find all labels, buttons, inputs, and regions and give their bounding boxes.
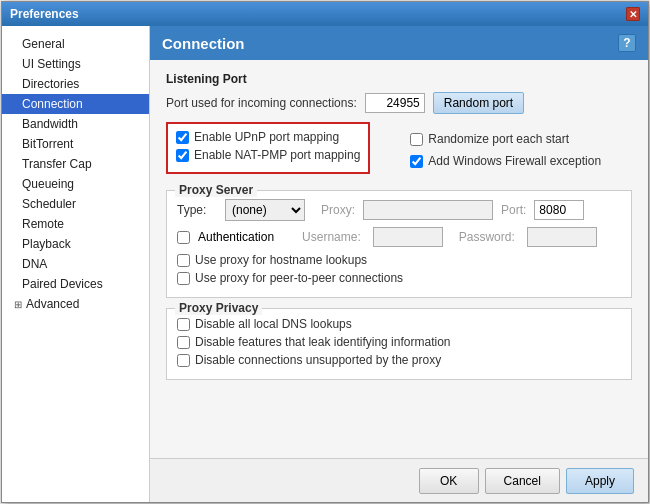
window-body: General UI Settings Directories Connecti… — [2, 26, 648, 502]
proxy-host-label: Proxy: — [321, 203, 355, 217]
proxy-host-input[interactable] — [363, 200, 493, 220]
nat-checkbox-row: Enable NAT-PMP port mapping — [176, 148, 360, 162]
port-row: Port used for incoming connections: Rand… — [166, 92, 632, 114]
proxy-server-label: Proxy Server — [175, 183, 257, 197]
sidebar-item-playback[interactable]: Playback — [2, 234, 149, 254]
p2p-checkbox-row: Use proxy for peer-to-peer connections — [177, 271, 621, 285]
hostname-label: Use proxy for hostname lookups — [195, 253, 367, 267]
auth-row: Authentication Username: Password: — [177, 227, 621, 247]
auth-checkbox[interactable] — [177, 231, 190, 244]
randomize-checkbox-row: Randomize port each start — [410, 132, 601, 146]
content-header: Connection ? — [150, 26, 648, 60]
username-label: Username: — [302, 230, 361, 244]
sidebar-item-queueing[interactable]: Queueing — [2, 174, 149, 194]
proxy-type-select[interactable]: (none) HTTP SOCKS4 SOCKS5 — [225, 199, 305, 221]
type-label: Type: — [177, 203, 217, 217]
unsupported-label: Disable connections unsupported by the p… — [195, 353, 441, 367]
username-input[interactable] — [373, 227, 443, 247]
leak-checkbox[interactable] — [177, 336, 190, 349]
upnp-label: Enable UPnP port mapping — [194, 130, 339, 144]
sidebar-item-scheduler[interactable]: Scheduler — [2, 194, 149, 214]
ok-button[interactable]: OK — [419, 468, 479, 494]
unsupported-checkbox[interactable] — [177, 354, 190, 367]
sidebar-item-general[interactable]: General — [2, 34, 149, 54]
nat-checkbox[interactable] — [176, 149, 189, 162]
nat-label: Enable NAT-PMP port mapping — [194, 148, 360, 162]
port-used-label: Port used for incoming connections: — [166, 96, 357, 110]
bottom-bar: OK Cancel Apply — [150, 458, 648, 502]
proxy-port-input[interactable] — [534, 200, 584, 220]
expand-icon: ⊞ — [14, 299, 22, 310]
hostname-checkbox-row: Use proxy for hostname lookups — [177, 253, 621, 267]
sidebar: General UI Settings Directories Connecti… — [2, 26, 150, 502]
help-button[interactable]: ? — [618, 34, 636, 52]
highlighted-checkboxes-box: Enable UPnP port mapping Enable NAT-PMP … — [166, 122, 370, 174]
random-port-button[interactable]: Random port — [433, 92, 524, 114]
sidebar-item-advanced-label: Advanced — [26, 297, 79, 311]
listening-port-section-label: Listening Port — [166, 72, 632, 86]
leak-checkbox-row: Disable features that leak identifying i… — [177, 335, 621, 349]
dns-checkbox[interactable] — [177, 318, 190, 331]
sidebar-item-connection[interactable]: Connection — [2, 94, 149, 114]
dns-label: Disable all local DNS lookups — [195, 317, 352, 331]
upnp-checkbox[interactable] — [176, 131, 189, 144]
sidebar-item-ui-settings[interactable]: UI Settings — [2, 54, 149, 74]
cancel-button[interactable]: Cancel — [485, 468, 560, 494]
proxy-privacy-group: Proxy Privacy Disable all local DNS look… — [166, 308, 632, 380]
proxy-server-group: Proxy Server Type: (none) HTTP SOCKS4 SO… — [166, 190, 632, 298]
content-title: Connection — [162, 35, 245, 52]
sidebar-item-dna[interactable]: DNA — [2, 254, 149, 274]
proxy-port-label: Port: — [501, 203, 526, 217]
sidebar-item-paired-devices[interactable]: Paired Devices — [2, 274, 149, 294]
upnp-checkbox-row: Enable UPnP port mapping — [176, 130, 360, 144]
randomize-label: Randomize port each start — [428, 132, 569, 146]
p2p-label: Use proxy for peer-to-peer connections — [195, 271, 403, 285]
right-checkboxes: Randomize port each start Add Windows Fi… — [410, 122, 601, 182]
firewall-label: Add Windows Firewall exception — [428, 154, 601, 168]
sidebar-item-advanced[interactable]: ⊞ Advanced — [2, 294, 149, 314]
sidebar-item-directories[interactable]: Directories — [2, 74, 149, 94]
content-body: Listening Port Port used for incoming co… — [150, 60, 648, 458]
proxy-privacy-label: Proxy Privacy — [175, 301, 262, 315]
leak-label: Disable features that leak identifying i… — [195, 335, 450, 349]
preferences-window: Preferences ✕ General UI Settings Direct… — [1, 1, 649, 503]
p2p-checkbox[interactable] — [177, 272, 190, 285]
hostname-checkbox[interactable] — [177, 254, 190, 267]
sidebar-item-transfer-cap[interactable]: Transfer Cap — [2, 154, 149, 174]
port-input[interactable] — [365, 93, 425, 113]
sidebar-item-bandwidth[interactable]: Bandwidth — [2, 114, 149, 134]
password-input[interactable] — [527, 227, 597, 247]
main-content: Connection ? Listening Port Port used fo… — [150, 26, 648, 502]
firewall-checkbox[interactable] — [410, 155, 423, 168]
sidebar-item-remote[interactable]: Remote — [2, 214, 149, 234]
auth-label: Authentication — [198, 230, 274, 244]
unsupported-checkbox-row: Disable connections unsupported by the p… — [177, 353, 621, 367]
proxy-type-row: Type: (none) HTTP SOCKS4 SOCKS5 Proxy: P… — [177, 199, 621, 221]
firewall-checkbox-row: Add Windows Firewall exception — [410, 154, 601, 168]
window-title: Preferences — [10, 7, 79, 21]
password-label: Password: — [459, 230, 515, 244]
close-button[interactable]: ✕ — [626, 7, 640, 21]
sidebar-item-bittorrent[interactable]: BitTorrent — [2, 134, 149, 154]
dns-checkbox-row: Disable all local DNS lookups — [177, 317, 621, 331]
randomize-checkbox[interactable] — [410, 133, 423, 146]
apply-button[interactable]: Apply — [566, 468, 634, 494]
title-bar: Preferences ✕ — [2, 2, 648, 26]
